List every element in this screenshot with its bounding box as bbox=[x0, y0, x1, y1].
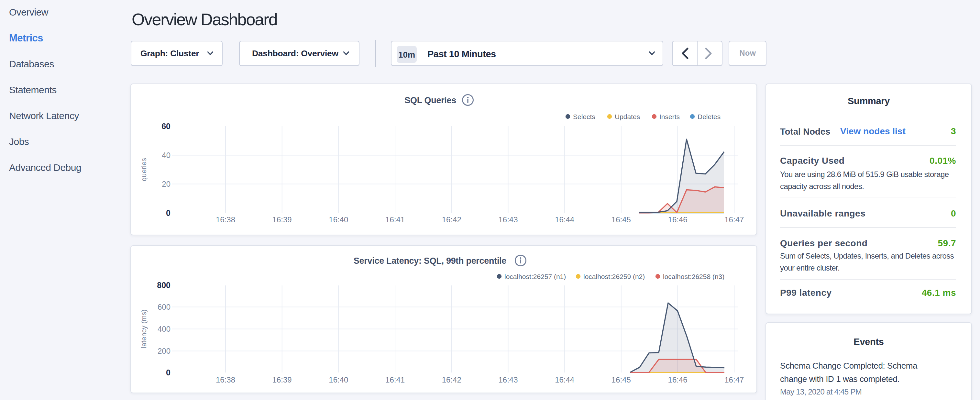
svg-text:200: 200 bbox=[158, 347, 170, 355]
svg-text:16:39: 16:39 bbox=[272, 215, 292, 224]
svg-text:16:43: 16:43 bbox=[498, 215, 518, 224]
svg-text:queries: queries bbox=[140, 158, 148, 181]
svg-text:800: 800 bbox=[157, 280, 170, 290]
svg-text:16:46: 16:46 bbox=[668, 215, 687, 224]
svg-text:Updates: Updates bbox=[615, 113, 640, 120]
svg-text:Selects: Selects bbox=[573, 113, 595, 120]
svg-text:400: 400 bbox=[158, 325, 170, 333]
svg-text:localhost:26258 (n3): localhost:26258 (n3) bbox=[663, 273, 724, 280]
svg-text:localhost:26259 (n2): localhost:26259 (n2) bbox=[583, 273, 645, 280]
svg-text:40: 40 bbox=[162, 151, 170, 159]
svg-text:16:39: 16:39 bbox=[272, 375, 292, 384]
svg-text:Service Latency: SQL, 99th per: Service Latency: SQL, 99th percentile bbox=[354, 256, 506, 266]
svg-text:latency (ms): latency (ms) bbox=[140, 309, 148, 348]
svg-text:Deletes: Deletes bbox=[698, 113, 721, 120]
svg-text:16:42: 16:42 bbox=[442, 375, 461, 384]
svg-text:16:40: 16:40 bbox=[329, 375, 348, 384]
svg-text:Inserts: Inserts bbox=[659, 113, 680, 120]
svg-text:16:41: 16:41 bbox=[385, 375, 405, 384]
svg-text:16:46: 16:46 bbox=[668, 375, 687, 384]
svg-text:60: 60 bbox=[161, 122, 170, 131]
svg-text:16:47: 16:47 bbox=[724, 215, 744, 224]
svg-text:0: 0 bbox=[166, 209, 170, 217]
svg-text:16:41: 16:41 bbox=[385, 215, 405, 224]
svg-text:16:40: 16:40 bbox=[329, 215, 348, 224]
svg-text:600: 600 bbox=[158, 303, 170, 311]
svg-text:20: 20 bbox=[162, 180, 170, 188]
svg-text:16:42: 16:42 bbox=[442, 215, 461, 224]
svg-text:0: 0 bbox=[166, 368, 170, 377]
svg-text:16:38: 16:38 bbox=[216, 215, 235, 224]
svg-text:16:44: 16:44 bbox=[555, 215, 574, 224]
svg-text:16:47: 16:47 bbox=[724, 375, 744, 384]
svg-text:16:38: 16:38 bbox=[216, 375, 235, 384]
svg-text:16:45: 16:45 bbox=[611, 375, 631, 384]
svg-text:localhost:26257 (n1): localhost:26257 (n1) bbox=[504, 273, 566, 280]
svg-text:16:45: 16:45 bbox=[611, 215, 631, 224]
svg-text:16:43: 16:43 bbox=[498, 375, 518, 384]
svg-text:16:44: 16:44 bbox=[555, 375, 574, 384]
svg-text:SQL Queries: SQL Queries bbox=[404, 96, 456, 105]
